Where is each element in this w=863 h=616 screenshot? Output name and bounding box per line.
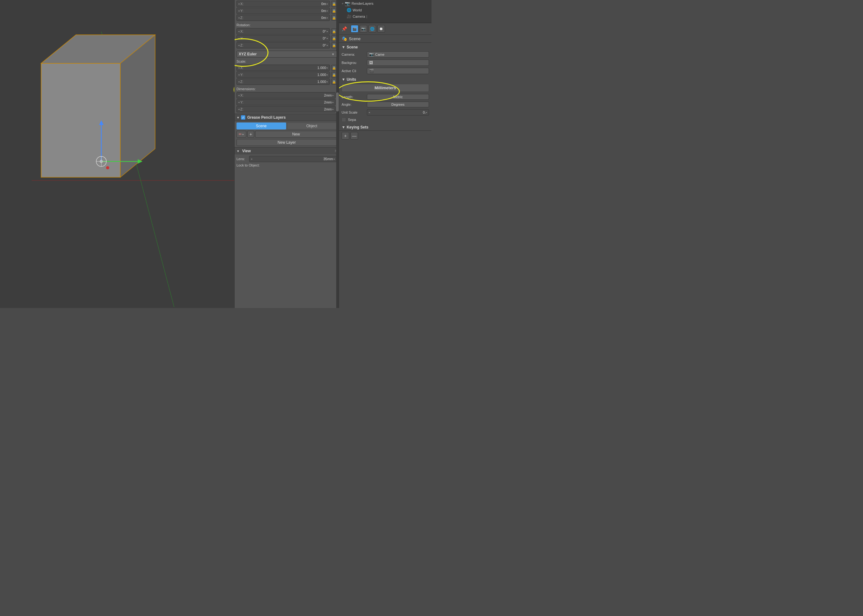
angle-value[interactable]: Degrees — [367, 102, 429, 107]
scrollbar-thumb[interactable] — [336, 93, 339, 112]
active-clip-value[interactable]: 🎬 — [367, 68, 429, 74]
unit-scale-value: 0. — [370, 110, 426, 114]
camera-row-label: Camera: — [341, 53, 367, 57]
scale-x-label: X: — [240, 66, 245, 70]
properties-panel: ◂ X: 0m ▸ 🔒 ◂ Y: 0m ▸ 🔒 ◂ Z: 0m ▸ 🔒 — [234, 0, 339, 308]
dim-z-right-arrow: ▸ — [332, 108, 334, 111]
rotation-y-field[interactable]: ◂ Y: 0° ▸ — [236, 35, 330, 41]
lens-label: Lens: — [236, 157, 249, 161]
length-label: Length: — [341, 95, 367, 99]
gp-toolbar: ✏ ▸ + New — [236, 131, 337, 138]
scale-z-left-arrow: ◂ — [238, 80, 240, 83]
keying-add-button[interactable]: + — [341, 132, 349, 140]
unit-scale-field[interactable]: ◂ 0. ▸ — [367, 109, 429, 116]
lens-left-arrow: ◂ — [251, 157, 252, 160]
rotation-x-label: X: — [240, 30, 245, 33]
dim-x-field[interactable]: ◂ X: 2mm ▸ — [236, 92, 336, 99]
keying-remove-button[interactable]: — — [351, 132, 358, 140]
svg-point-12 — [106, 166, 109, 169]
units-header[interactable]: ▼ Units — [339, 76, 432, 83]
dim-y-field[interactable]: ◂ Y: 2mm ▸ — [236, 99, 336, 105]
gp-add-button[interactable]: + — [247, 131, 254, 138]
dim-z-field[interactable]: ◂ Z: 2mm ▸ — [236, 106, 336, 112]
lock-object-label: Lock to Object: — [236, 163, 259, 167]
scene-block-arrow: ▼ — [341, 45, 346, 49]
location-z-field[interactable]: ◂ Z: 0m ▸ — [236, 14, 330, 21]
units-millimeters-label[interactable]: Millimeters — [341, 84, 429, 92]
scale-y-right-arrow: ▸ — [327, 73, 328, 76]
location-z-row: ◂ Z: 0m ▸ 🔒 — [236, 14, 337, 21]
view-section-header[interactable]: ▼ View ⠿ — [234, 147, 339, 154]
background-row-value[interactable]: 🖼 — [367, 60, 429, 66]
lock-object-row: Lock to Object: — [236, 163, 337, 167]
camera-value-icon: 📷 — [369, 52, 374, 57]
separate-checkbox[interactable] — [341, 118, 346, 122]
scale-z-field[interactable]: ◂ Z: 1.000 ▸ — [236, 79, 330, 85]
world-label: World — [353, 8, 362, 12]
keying-sets-header[interactable]: ▼ Keying Sets — [339, 124, 432, 130]
outliner-extra-item — [339, 20, 432, 22]
rotation-section: ◂ X: 0° ▸ 🔒 ◂ Y: 0° ▸ 🔒 ◂ Z: 0° ▸ 🔒 — [234, 28, 339, 50]
location-section: ◂ X: 0m ▸ 🔒 ◂ Y: 0m ▸ 🔒 ◂ Z: 0m ▸ 🔒 — [234, 0, 339, 22]
dim-y-row: ◂ Y: 2mm ▸ — [236, 99, 337, 105]
rotation-x-right-arrow: ▸ — [327, 30, 328, 33]
scene-block-header[interactable]: ▼ Scene — [339, 44, 432, 50]
render-layers-label: RenderLayers — [351, 2, 373, 5]
world-prop-icon: 🌐 — [370, 27, 374, 31]
dropdown-arrow-icon: ▼ — [332, 53, 335, 56]
scale-z-value: 1.000 — [245, 80, 326, 83]
outliner-render-layers[interactable]: + 📷 RenderLayers — [339, 0, 432, 7]
location-x-right-arrow: ▸ — [327, 2, 328, 5]
plus-icon: + — [250, 132, 252, 137]
grease-pencil-header[interactable]: ▼ ✓ Grease Pencil Layers — [234, 114, 339, 121]
dim-x-row: ◂ X: 2mm ▸ — [236, 92, 337, 99]
rotation-y-value: 0° — [245, 36, 326, 40]
gp-new-layer-button[interactable]: New Layer — [236, 139, 337, 146]
units-title: Units — [347, 77, 356, 82]
world-prop-btn[interactable]: 🌐 — [368, 25, 376, 33]
dim-z-row: ◂ Z: 2mm ▸ — [236, 106, 337, 112]
panel-scrollbar[interactable] — [336, 0, 339, 308]
object-prop-icon: 🔲 — [379, 27, 384, 31]
location-x-row: ◂ X: 0m ▸ 🔒 — [236, 1, 337, 7]
location-y-field[interactable]: ◂ Y: 0m ▸ — [236, 8, 330, 14]
gp-pencil-arrow: ▸ — [242, 133, 244, 136]
lens-field[interactable]: ◂ 35mm ▸ — [249, 156, 337, 162]
outliner-camera[interactable]: 🎥 Camera | — [339, 13, 432, 20]
gp-pencil-button[interactable]: ✏ ▸ — [236, 131, 246, 138]
length-row: Length: Metric — [339, 93, 432, 101]
outliner-separator: | — [366, 15, 367, 18]
object-tab[interactable]: Object — [287, 123, 337, 129]
outliner-world[interactable]: 🌐 World — [339, 7, 432, 13]
camera-prop-btn[interactable]: 📷 — [360, 25, 367, 33]
rotation-z-left-arrow: ◂ — [238, 44, 240, 47]
lens-row: Lens: ◂ 35mm ▸ — [236, 156, 337, 162]
view-title: View — [242, 149, 251, 153]
grease-pencil-arrow: ▼ — [236, 116, 240, 119]
scene-tab[interactable]: Scene — [236, 123, 286, 129]
location-y-label: Y: — [240, 9, 245, 13]
rotation-z-field[interactable]: ◂ Z: 0° ▸ — [236, 42, 330, 49]
gp-new-button[interactable]: New — [255, 131, 337, 138]
grease-pencil-checkbox[interactable]: ✓ — [241, 115, 245, 119]
scale-x-field[interactable]: ◂ X: 1.000 ▸ — [236, 64, 330, 71]
length-value[interactable]: Metric — [367, 94, 429, 100]
scale-y-field[interactable]: ◂ Y: 1.000 ▸ — [236, 72, 330, 78]
scene-btn[interactable]: 🎬 — [351, 25, 358, 33]
object-prop-btn[interactable]: 🔲 — [377, 25, 385, 33]
dim-y-value: 2mm — [245, 101, 332, 104]
angle-label: Angle: — [341, 102, 367, 106]
rotation-y-right-arrow: ▸ — [327, 37, 328, 40]
pin-icon[interactable]: 📌 — [341, 26, 347, 31]
xyz-euler-dropdown[interactable]: XYZ Euler ▼ — [236, 51, 337, 58]
rotation-label: Rotation: — [234, 22, 339, 28]
camera-row-value[interactable]: 📷 Came — [367, 51, 429, 58]
keying-sets-title: Keying Sets — [347, 125, 368, 129]
location-x-field[interactable]: ◂ X: 0m ▸ — [236, 1, 330, 7]
dim-x-right-arrow: ▸ — [332, 94, 334, 97]
viewport-3d[interactable] — [0, 0, 234, 308]
active-clip-label: Active Cli — [341, 69, 367, 73]
xyz-euler-label: XYZ Euler — [239, 52, 332, 57]
rotation-x-field[interactable]: ◂ X: 0° ▸ — [236, 28, 330, 35]
background-row: Backgrou 🖼 — [339, 58, 432, 67]
